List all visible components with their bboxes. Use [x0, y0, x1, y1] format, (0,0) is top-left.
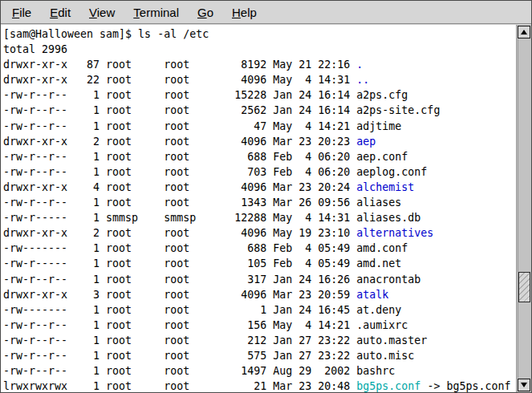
- file-row: -rw-r--r-- 1 root root 15228 Jan 24 16:1…: [3, 87, 516, 103]
- prompt-line: [sam@Halloween sam]$ ls -al /etc: [3, 26, 516, 42]
- file-row: -rw-r--r-- 1 root root 575 Jan 27 23:22 …: [3, 348, 516, 363]
- terminal-window: FileEditViewTerminalGoHelp [sam@Hallowee…: [0, 0, 532, 393]
- file-row: -rw-r--r-- 1 root root 703 Feb 4 06:20 a…: [3, 164, 516, 180]
- file-row: drwxr-xr-x 3 root root 4096 Mar 23 20:59…: [3, 287, 516, 302]
- file-row: -rw-r--r-- 1 root root 2562 Jan 24 16:14…: [3, 103, 516, 118]
- directory-name: ..: [356, 74, 369, 86]
- file-name: auto.master: [356, 334, 427, 346]
- file-name: a2ps.cfg: [356, 89, 408, 101]
- directory-name: .: [356, 59, 363, 71]
- menu-item-help[interactable]: Help: [225, 3, 263, 22]
- file-name: bashrc: [356, 365, 395, 377]
- terminal-viewport[interactable]: [sam@Halloween sam]$ ls -al /etc total 2…: [1, 25, 516, 392]
- scroll-down-icon: [521, 383, 527, 387]
- menu-item-view[interactable]: View: [83, 3, 121, 22]
- terminal-lines: drwxr-xr-x 87 root root 8192 May 21 22:1…: [3, 57, 516, 392]
- terminal-content: [sam@Halloween sam]$ ls -al /etc total 2…: [1, 25, 531, 392]
- file-row: drwxr-xr-x 87 root root 8192 May 21 22:1…: [3, 57, 516, 72]
- file-row: -rw-r--r-- 1 root root 156 May 4 14:21 .…: [3, 318, 516, 333]
- file-name: aliases.db: [356, 212, 420, 224]
- file-name: at.deny: [356, 304, 401, 316]
- directory-name: alchemist: [356, 181, 414, 193]
- file-row: -rw-r--r-- 1 root root 317 Jan 24 16:26 …: [3, 272, 516, 287]
- file-name: a2ps-site.cfg: [356, 104, 440, 116]
- file-row: drwxr-xr-x 2 root root 4096 Mar 23 20:23…: [3, 134, 516, 149]
- menu-bar: FileEditViewTerminalGoHelp: [1, 1, 531, 24]
- menu-item-go[interactable]: Go: [191, 3, 220, 22]
- file-row: -rw------- 1 root root 1 Jan 24 16:45 at…: [3, 302, 516, 318]
- file-name: aliases: [356, 196, 401, 209]
- symlink-name: bg5ps.conf: [356, 380, 420, 392]
- file-name: amd.conf: [356, 242, 408, 254]
- file-name: aep.conf: [356, 151, 408, 163]
- total-line: total 2996: [3, 42, 516, 57]
- file-row: lrwxrwxrwx 1 root root 21 Mar 23 20:48 b…: [3, 379, 516, 392]
- directory-name: alternatives: [356, 227, 433, 239]
- file-row: drwxr-xr-x 22 root root 4096 May 4 14:31…: [3, 72, 516, 87]
- file-name: anacrontab: [356, 273, 420, 286]
- file-row: -rw-r----- 1 smmsp smmsp 12288 May 4 14:…: [3, 210, 516, 225]
- file-row: -rw-r--r-- 1 root root 1497 Aug 29 2002 …: [3, 363, 516, 379]
- menu-item-terminal[interactable]: Terminal: [127, 3, 185, 22]
- menu-item-file[interactable]: File: [6, 3, 38, 22]
- scrollbar[interactable]: [516, 25, 531, 392]
- scroll-up-button[interactable]: [518, 26, 530, 38]
- file-row: -rw------- 1 root root 688 Feb 4 05:49 a…: [3, 241, 516, 256]
- scrollbar-thumb[interactable]: [518, 272, 530, 302]
- file-name: adjtime: [356, 120, 401, 132]
- scroll-down-button[interactable]: [518, 379, 530, 391]
- file-row: drwxr-xr-x 4 root root 4096 Mar 23 20:24…: [3, 180, 516, 195]
- scroll-up-icon: [521, 30, 527, 34]
- file-row: drwxr-xr-x 2 root root 4096 May 19 23:10…: [3, 225, 516, 241]
- file-name: aeplog.conf: [356, 166, 427, 178]
- file-name: .aumixrc: [356, 319, 408, 331]
- file-row: -rw-r----- 1 root root 105 Feb 4 05:49 a…: [3, 256, 516, 271]
- file-row: -rw-r--r-- 1 root root 212 Jan 27 23:22 …: [3, 333, 516, 348]
- file-row: -rw-r--r-- 1 root root 688 Feb 4 06:20 a…: [3, 149, 516, 164]
- file-row: -rw-r--r-- 1 root root 47 May 4 14:21 ad…: [3, 119, 516, 134]
- menu-item-edit[interactable]: Edit: [43, 3, 77, 22]
- file-name: auto.misc: [356, 350, 414, 362]
- file-row: -rw-r--r-- 1 root root 1343 Mar 26 09:56…: [3, 195, 516, 210]
- file-name: amd.net: [356, 257, 401, 269]
- directory-name: aep: [356, 136, 376, 148]
- directory-name: atalk: [356, 289, 388, 301]
- scrollbar-track[interactable]: [518, 39, 530, 378]
